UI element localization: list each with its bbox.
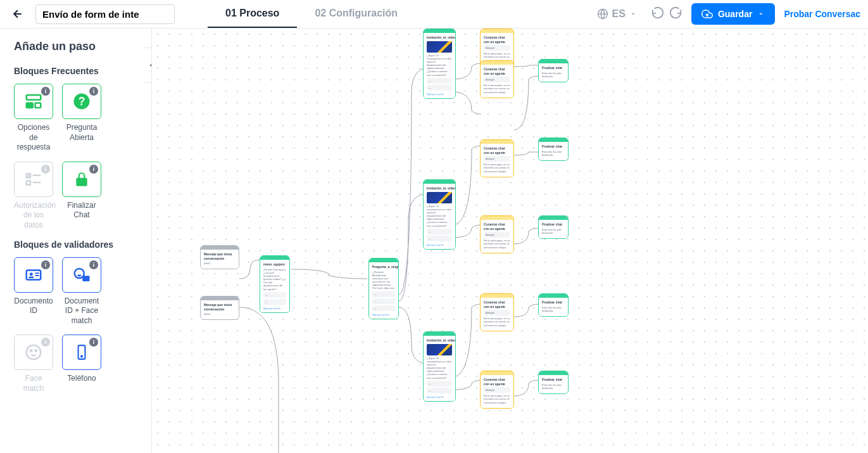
svg-point-19 — [81, 356, 82, 357]
cloud-save-icon — [701, 8, 713, 20]
video-thumbnail — [427, 41, 452, 53]
info-badge: i — [41, 338, 50, 347]
block-label: Face match — [14, 374, 53, 393]
svg-rect-12 — [35, 275, 39, 276]
info-badge: i — [41, 260, 50, 269]
face-icon — [24, 343, 43, 362]
flow-title-input[interactable] — [35, 4, 175, 24]
node-end-3[interactable]: Finalizar chatEste chat ha sido finaliza… — [538, 215, 569, 239]
question-icon: ? — [72, 92, 91, 111]
node-end-4[interactable]: Finalizar chatEste chat ha sido finaliza… — [538, 293, 569, 317]
node-video-2[interactable]: Invitación_al_video¿Super! Te compartimo… — [423, 179, 456, 250]
node-start-message[interactable]: Mensaje que inicia conversación ¡Hola! — [200, 245, 239, 269]
language-selector[interactable]: ES — [592, 6, 642, 22]
globe-icon — [597, 8, 608, 20]
video-thumbnail — [427, 192, 452, 203]
node-menu[interactable]: menu_agujero ¡Genial! Cuéntanos, ¿con qu… — [260, 255, 290, 313]
svg-point-15 — [27, 345, 41, 360]
chevron-down-icon — [629, 10, 637, 18]
section-frequent-blocks: Bloques Frecuentes — [14, 66, 137, 76]
sidebar-title: Añade un paso — [14, 40, 137, 53]
block-label: Opciones de respuesta — [14, 123, 53, 153]
block-label: Autorización de los datos — [14, 201, 53, 231]
save-button[interactable]: Guardar — [691, 3, 775, 25]
svg-point-17 — [35, 350, 37, 352]
checklist-icon — [24, 170, 43, 189]
back-button[interactable] — [8, 4, 28, 24]
svg-rect-1 — [27, 95, 41, 100]
svg-rect-2 — [27, 103, 33, 108]
sidebar-collapse-handle[interactable] — [144, 48, 152, 83]
svg-point-16 — [30, 350, 32, 352]
node-agent-1b[interactable]: Conectar chat con un agenteAtalayerNo te… — [480, 60, 514, 98]
block-document-face-match[interactable]: i — [62, 257, 101, 293]
lock-icon — [73, 171, 90, 188]
info-badge: i — [41, 165, 50, 174]
node-agent-2a[interactable]: Conectar chat con un agenteAtalayerNo te… — [480, 139, 514, 177]
node-end-1[interactable]: Finalizar chatEste chat ha sido finaliza… — [538, 59, 569, 82]
block-label: Finalizar Chat — [62, 201, 101, 220]
face-id-icon — [72, 265, 91, 284]
node-agent-2b[interactable]: Conectar chat con un agenteAtalayerNo te… — [480, 215, 514, 253]
node-end-2[interactable]: Finalizar chatEste chat ha sido finaliza… — [538, 137, 569, 161]
phone-icon — [73, 344, 90, 360]
flow-canvas[interactable]: Mensaje que inicia conversación ¡Hola! M… — [152, 29, 868, 453]
section-validator-blocks: Bloques de validadores — [14, 239, 137, 250]
node-start-message-2[interactable]: Mensaje que inicia conversación ¡Hola! — [200, 296, 239, 320]
node-branch[interactable]: Pregunta_a_single ¿Perfecto! Actualmente… — [368, 258, 399, 319]
svg-rect-14 — [82, 276, 89, 281]
tab-configuracion[interactable]: 02 Configuración — [297, 0, 415, 28]
undo-button[interactable] — [651, 6, 665, 22]
block-label: Documento ID — [14, 297, 53, 316]
node-video-3[interactable]: Invitación_al_video¿Super! Te compartimo… — [423, 331, 456, 402]
node-agent-3a[interactable]: Conectar chat con un agenteAtalayerNo te… — [480, 293, 514, 331]
block-telefono[interactable]: i — [62, 335, 101, 370]
info-badge: i — [89, 338, 98, 347]
id-card-icon — [24, 265, 43, 284]
block-label: Pregunta Abierta — [62, 123, 101, 143]
node-end-5[interactable]: Finalizar chatEste chat ha sido finaliza… — [538, 371, 569, 394]
save-label: Guardar — [718, 9, 752, 19]
tab-proceso[interactable]: 01 Proceso — [208, 0, 297, 28]
language-code: ES — [612, 8, 626, 20]
node-agent-3b[interactable]: Conectar chat con un agenteAtalayerNo te… — [480, 371, 514, 409]
svg-text:?: ? — [79, 95, 85, 108]
block-documento-id[interactable]: i — [14, 257, 53, 293]
video-thumbnail — [427, 344, 452, 355]
block-pregunta-abierta[interactable]: i ? — [62, 84, 101, 119]
svg-point-9 — [30, 272, 33, 276]
chevron-left-icon — [148, 61, 153, 70]
node-video-1[interactable]: Invitación_al_video¿Super! Te compartimo… — [423, 29, 456, 99]
info-badge: i — [89, 260, 98, 269]
block-opciones-respuesta[interactable]: i — [14, 84, 53, 119]
chevron-down-icon — [757, 10, 765, 18]
info-badge: i — [89, 87, 98, 96]
redo-button[interactable] — [669, 6, 682, 22]
block-label: Document ID + Face match — [62, 297, 101, 326]
svg-rect-11 — [35, 272, 39, 274]
svg-rect-7 — [27, 181, 30, 184]
svg-rect-3 — [35, 103, 41, 108]
info-badge: i — [89, 165, 98, 174]
block-label: Teléfono — [62, 374, 101, 384]
info-badge: i — [41, 87, 50, 96]
block-finalizar-chat[interactable]: i — [62, 162, 101, 197]
sidebar: Añade un paso Bloques Frecuentes i Opcio… — [0, 29, 152, 453]
options-icon — [24, 92, 43, 111]
test-conversation-link[interactable]: Probar Conversac — [784, 9, 860, 19]
block-autorizacion-datos[interactable]: i — [14, 162, 53, 197]
svg-rect-10 — [29, 276, 34, 278]
block-face-match[interactable]: i — [14, 335, 53, 370]
